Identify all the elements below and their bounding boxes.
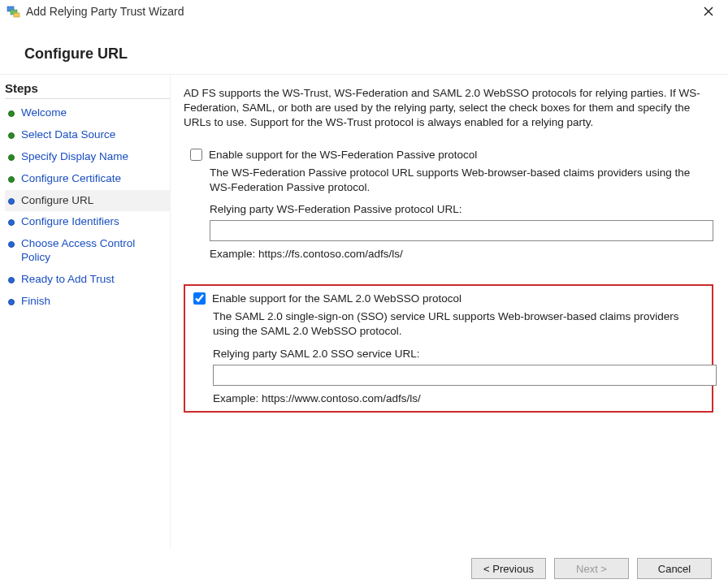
step-label: Specify Display Name	[21, 150, 165, 164]
step-item[interactable]: Welcome	[5, 102, 170, 124]
next-button[interactable]: Next >	[554, 558, 629, 579]
step-bullet-icon	[8, 277, 15, 283]
steps-list: WelcomeSelect Data SourceSpecify Display…	[5, 102, 170, 313]
step-bullet-icon	[8, 154, 15, 161]
saml-url-label: Relying party SAML 2.0 SSO service URL:	[213, 348, 704, 360]
step-bullet-icon	[8, 110, 15, 117]
step-bullet-icon	[8, 241, 15, 248]
step-item[interactable]: Ready to Add Trust	[5, 269, 170, 291]
page-title: Configure URL	[0, 21, 728, 74]
saml-checkbox-label[interactable]: Enable support for the SAML 2.0 WebSSO p…	[212, 292, 462, 305]
step-label: Finish	[21, 295, 165, 309]
step-label: Ready to Add Trust	[21, 273, 165, 287]
button-bar: < Previous Next > Cancel	[0, 549, 728, 588]
wsfed-url-input[interactable]	[210, 220, 713, 241]
svg-rect-2	[14, 13, 20, 17]
step-bullet-icon	[8, 198, 15, 205]
step-label: Configure URL	[21, 194, 165, 208]
step-label: Select Data Source	[21, 128, 165, 142]
step-bullet-icon	[8, 299, 15, 305]
saml-section: Enable support for the SAML 2.0 WebSSO p…	[184, 284, 713, 412]
step-label: Configure Identifiers	[21, 215, 165, 229]
step-item[interactable]: Finish	[5, 291, 170, 313]
step-item[interactable]: Configure URL	[5, 190, 170, 212]
step-item[interactable]: Configure Identifiers	[5, 211, 170, 233]
previous-button[interactable]: < Previous	[471, 558, 546, 579]
wizard-body: Steps WelcomeSelect Data SourceSpecify D…	[0, 74, 728, 555]
wsfed-section: Enable support for the WS-Federation Pas…	[184, 144, 713, 271]
step-item[interactable]: Select Data Source	[5, 124, 170, 146]
wsfed-checkbox[interactable]	[190, 149, 202, 161]
step-item[interactable]: Specify Display Name	[5, 146, 170, 168]
wsfed-checkbox-label[interactable]: Enable support for the WS-Federation Pas…	[209, 149, 477, 161]
step-item[interactable]: Choose Access Control Policy	[5, 233, 170, 269]
saml-description: The SAML 2.0 single-sign-on (SSO) servic…	[213, 309, 704, 339]
title-bar: Add Relying Party Trust Wizard	[0, 0, 728, 21]
step-label: Welcome	[21, 106, 165, 120]
step-item[interactable]: Configure Certificate	[5, 168, 170, 190]
step-label: Choose Access Control Policy	[21, 237, 165, 265]
close-icon	[704, 6, 713, 16]
app-icon	[6, 4, 21, 19]
saml-url-input[interactable]	[213, 365, 717, 386]
cancel-button[interactable]: Cancel	[637, 558, 712, 579]
wsfed-example: Example: https://fs.contoso.com/adfs/ls/	[210, 248, 707, 260]
saml-example: Example: https://www.contoso.com/adfs/ls…	[213, 392, 704, 404]
steps-header: Steps	[5, 80, 170, 99]
wsfed-description: The WS-Federation Passive protocol URL s…	[210, 166, 707, 195]
window-title: Add Relying Party Trust Wizard	[26, 5, 696, 18]
step-bullet-icon	[8, 219, 15, 226]
close-button[interactable]	[696, 3, 722, 19]
wsfed-url-label: Relying party WS-Federation Passive prot…	[210, 203, 707, 215]
saml-checkbox[interactable]	[193, 292, 206, 305]
content-panel: AD FS supports the WS-Trust, WS-Federati…	[171, 75, 728, 555]
step-bullet-icon	[8, 176, 15, 183]
step-label: Configure Certificate	[21, 172, 165, 186]
step-bullet-icon	[8, 132, 15, 139]
intro-text: AD FS supports the WS-Trust, WS-Federati…	[184, 86, 713, 131]
steps-panel: Steps WelcomeSelect Data SourceSpecify D…	[0, 75, 171, 555]
